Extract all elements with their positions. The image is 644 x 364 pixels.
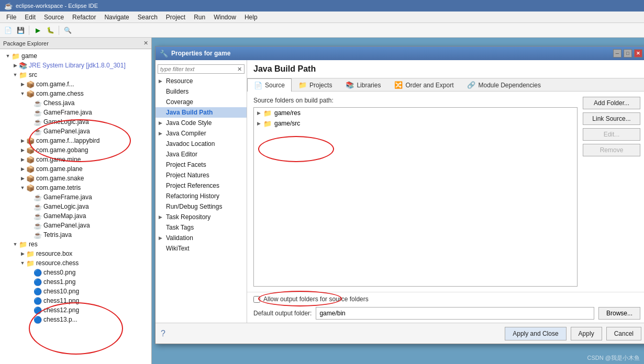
tree-label-t-gamepanel: GamePanel.java [43,222,90,229]
tree-item-comgamef[interactable]: ▶ 📦 com.game.f... [0,79,151,89]
menu-run[interactable]: Run [190,13,209,22]
dlg-item-resource[interactable]: ▶ Resource [156,76,247,86]
filter-clear-btn[interactable]: ✕ [235,66,244,73]
cancel-button[interactable]: Cancel [606,327,641,340]
tree-item-tetris-tetris[interactable]: ☕ Tetris.java [0,230,151,240]
tree-toggle-comgamechess[interactable]: ▼ [19,91,26,96]
tab-order-export[interactable]: 🔀 Order and Export [387,78,460,91]
tree-item-comgamechess[interactable]: ▼ 📦 com.game.chess [0,89,151,98]
tree-item-gameframejava[interactable]: ☕ GameFrame.java [0,108,151,117]
menu-source[interactable]: Source [40,13,68,22]
browse-button[interactable]: Browse... [598,307,640,320]
tree-item-tetris-gamelogic[interactable]: ☕ GameLogic.java [0,202,151,211]
dlg-item-javacompiler[interactable]: ▶ Java Compiler [156,128,247,139]
tree-item-src[interactable]: ▼ 📁 src [0,70,151,79]
dlg-item-taskrepo[interactable]: ▶ Task Repository [156,212,247,222]
dlg-item-builders[interactable]: Builders [156,86,247,97]
toolbar-btn-search[interactable]: 🔍 [62,25,73,36]
edit-button[interactable]: Edit... [583,128,640,141]
expand-arrow-gameres[interactable]: ▶ [257,110,261,116]
toolbar-btn-debug[interactable]: 🐛 [45,25,56,36]
tab-libraries[interactable]: 📚 Libraries [339,78,387,91]
tree-item-tetris-gamepanel[interactable]: ☕ GamePanel.java [0,221,151,230]
source-item-gamesrc[interactable]: ▶ 📁 game/src [254,118,577,129]
tree-item-flappybird[interactable]: ▶ 📦 com.game.f...lappybird [0,136,151,145]
toolbar-btn-save[interactable]: 💾 [15,25,26,36]
panel-close-btn[interactable]: ✕ [143,40,148,47]
tab-projects[interactable]: 📁 Projects [292,78,339,91]
dlg-item-projectnatures[interactable]: Project Natures [156,170,247,180]
help-icon[interactable]: ? [161,329,165,338]
tree-label-snake: com.game.snake [36,175,84,182]
tree-item-chess13[interactable]: 🔵 chess13.p... [0,315,151,324]
tree-item-plane[interactable]: ▶ 📦 com.game.plane [0,164,151,174]
tab-libraries-label: Libraries [357,82,381,89]
source-item-gameres[interactable]: ▶ 📁 game/res [254,108,577,118]
menu-search[interactable]: Search [134,13,162,22]
allow-output-checkbox[interactable] [253,296,260,303]
add-folder-button[interactable]: Add Folder... [583,97,640,109]
link-source-button[interactable]: Link Source... [583,112,640,125]
tree-item-chessjava[interactable]: ☕ Chess.java [0,98,151,108]
dialog-section-header: Java Build Path [247,60,644,78]
toolbar-btn-run[interactable]: ▶ [32,25,43,36]
dlg-item-validation[interactable]: ▶ Validation [156,233,247,243]
tree-item-resourcebox[interactable]: ▶ 📁 resource.box [0,249,151,258]
filter-input[interactable] [158,65,235,73]
toolbar-btn-new[interactable]: 📄 [2,25,14,36]
tree-item-tetris-gamemap[interactable]: ☕ GameMap.java [0,211,151,221]
tree-toggle-jre[interactable]: ▶ [12,63,19,68]
tree-item-snake[interactable]: ▶ 📦 com.game.snake [0,174,151,183]
menu-file[interactable]: File [2,13,20,22]
tree-item-res[interactable]: ▼ 📁 res [0,240,151,249]
tree-label-game: game [21,52,37,60]
apply-and-close-button[interactable]: Apply and Close [505,327,566,340]
output-folder-input[interactable] [316,307,594,320]
tree-toggle-game[interactable]: ▼ [4,53,12,59]
tree-item-resourcechess[interactable]: ▼ 📁 resource.chess [0,258,151,268]
tree-item-game[interactable]: ▼ 📁 game [0,51,151,61]
tree-item-tetris[interactable]: ▼ 📦 com.game.tetris [0,183,151,192]
tree-item-gamepaneljava[interactable]: ☕ GamePanel.java [0,127,151,136]
tree-item-chess10[interactable]: 🔵 chess10.png [0,287,151,296]
tree-item-gamelogicjava[interactable]: ☕ GameLogic.java [0,117,151,127]
dialog-close-btn[interactable]: ✕ [634,49,642,58]
menu-window[interactable]: Window [209,13,240,22]
menu-help[interactable]: Help [240,13,262,22]
dlg-label-javaeditor: Java Editor [166,151,197,158]
dialog-minimize-btn[interactable]: ─ [613,49,621,58]
tree-item-jre[interactable]: ▶ 📚 JRE System Library [jdk1.8.0_301] [0,61,151,70]
dlg-item-javabuildpath[interactable]: Java Build Path [156,107,247,118]
expand-arrow-gamesrc[interactable]: ▶ [257,121,261,126]
menu-project[interactable]: Project [162,13,190,22]
tree-item-gobang[interactable]: ▶ 📦 com.game.gobang [0,145,151,155]
tree-toggle-comgamef[interactable]: ▶ [19,82,26,87]
menu-edit[interactable]: Edit [20,13,40,22]
menu-navigate[interactable]: Navigate [100,13,133,22]
dlg-item-javadoc[interactable]: Javadoc Location [156,139,247,149]
tree-toggle-flappy[interactable]: ▶ [19,138,26,143]
tree-item-chess12[interactable]: 🔵 chess12.png [0,305,151,315]
tree-item-chess0[interactable]: 🔵 chess0.png [0,268,151,277]
dialog-maximize-btn[interactable]: □ [624,49,632,58]
tree-item-mine[interactable]: ▶ 📦 com.game.mine [0,155,151,164]
dlg-item-projectfacets[interactable]: Project Facets [156,160,247,170]
dlg-item-coverage[interactable]: Coverage [156,97,247,107]
dlg-item-rundebug[interactable]: Run/Debug Settings [156,201,247,212]
tree-item-chess1[interactable]: 🔵 chess1.png [0,277,151,287]
dlg-item-projectrefs[interactable]: Project References [156,180,247,191]
dlg-item-wikitext[interactable]: WikiText [156,243,247,254]
tree-item-tetris-gameframe[interactable]: ☕ GameFrame.java [0,192,151,202]
dlg-item-tasktags[interactable]: Task Tags [156,222,247,233]
menu-refactor[interactable]: Refactor [68,13,100,22]
tree-toggle-src[interactable]: ▼ [12,72,19,77]
apply-button[interactable]: Apply [571,327,602,340]
tab-source[interactable]: 📄 Source [247,78,292,92]
dlg-item-javacodestyle[interactable]: ▶ Java Code Style [156,118,247,128]
remove-button[interactable]: Remove [583,144,640,156]
dlg-item-javaeditor[interactable]: Java Editor [156,149,247,160]
tree-item-chess11[interactable]: 🔵 chess11.png [0,296,151,305]
filter-box[interactable]: ✕ [158,64,245,74]
tab-module-deps[interactable]: 🔗 Module Dependencies [460,78,547,91]
dlg-item-refactoring[interactable]: Refactoring History [156,191,247,201]
